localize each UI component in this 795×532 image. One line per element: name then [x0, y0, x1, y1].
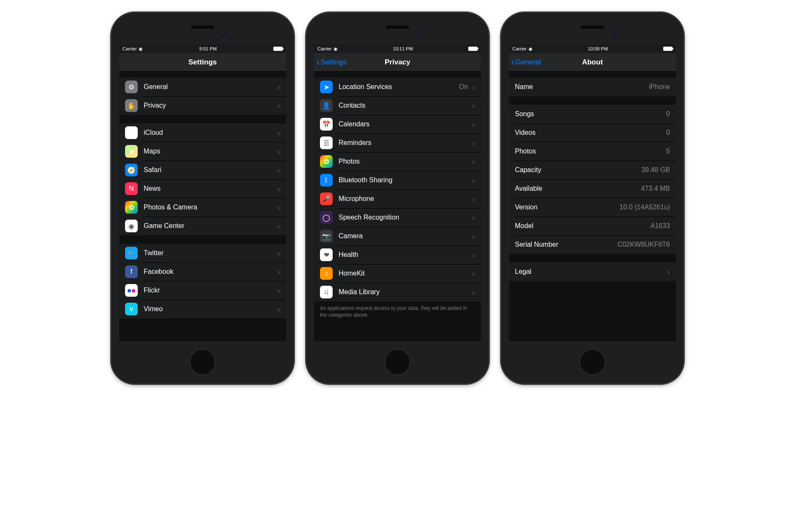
settings-row[interactable]: ✿Photos & Camera› [119, 198, 286, 217]
row-label: Microphone [339, 195, 468, 203]
settings-row[interactable]: Videos0 [509, 123, 676, 142]
settings-row[interactable]: ᛒBluetooth Sharing› [314, 171, 481, 189]
row-label: Photos & Camera [144, 203, 273, 211]
settings-row[interactable]: Flickr› [119, 281, 286, 300]
settings-row[interactable]: ⌂HomeKit› [314, 264, 481, 283]
nav-bar: ‹GeneralAbout [509, 53, 676, 72]
screen: Carrier◉9:51 PMSettings⚙General›✋Privacy… [119, 45, 286, 341]
settings-row[interactable]: ☰Reminders› [314, 134, 481, 152]
row-value: iPhone [649, 83, 670, 91]
settings-row[interactable]: Songs0 [509, 105, 676, 123]
settings-row[interactable]: ◯Speech Recognition› [314, 208, 481, 227]
settings-row[interactable]: Available473.4 MB [509, 179, 676, 198]
status-time: 10:11 PM [393, 46, 413, 51]
content[interactable]: NameiPhoneSongs0Videos0Photos5Capacity39… [509, 72, 676, 341]
row-value: 473.4 MB [641, 185, 670, 192]
row-label: Legal [515, 268, 663, 276]
chevron-right-icon: › [277, 203, 280, 212]
chevron-right-icon: › [277, 184, 280, 194]
settings-row[interactable]: ◉Game Center› [119, 217, 286, 235]
settings-row[interactable]: NameiPhone [509, 78, 676, 96]
status-bar: Carrier◉10:08 PM [509, 45, 676, 53]
settings-row[interactable]: ☁︎iCloud› [119, 123, 286, 142]
row-label: Safari [144, 166, 273, 174]
carrier-label: Carrier [317, 46, 332, 51]
chevron-right-icon: › [472, 138, 475, 148]
chevron-right-icon: › [472, 175, 475, 185]
status-left: Carrier◉ [317, 46, 338, 52]
settings-row[interactable]: fFacebook› [119, 262, 286, 281]
hand-icon: ✋ [125, 99, 138, 112]
row-label: Facebook [144, 268, 273, 276]
chevron-right-icon: › [472, 120, 475, 129]
home-button[interactable] [384, 349, 411, 375]
settings-row[interactable]: 👤Contacts› [314, 96, 481, 115]
home-button[interactable] [189, 349, 216, 375]
settings-row[interactable]: Version10.0 (14A5261u) [509, 198, 676, 217]
settings-row[interactable]: ♫Media Library› [314, 283, 481, 301]
settings-row[interactable]: 🐦Twitter› [119, 244, 286, 262]
settings-group: ☁︎iCloud›➤Maps›🧭Safari›NNews›✿Photos & C… [119, 123, 286, 235]
nav-bar: Settings [119, 53, 286, 72]
settings-row[interactable]: ✋Privacy› [119, 96, 286, 115]
content[interactable]: ⚙General›✋Privacy›☁︎iCloud›➤Maps›🧭Safari… [119, 72, 286, 341]
settings-group: 🐦Twitter›fFacebook›Flickr›vVimeo› [119, 244, 286, 318]
settings-row[interactable]: Capacity39.48 GB [509, 161, 676, 179]
settings-row[interactable]: ✿Photos› [314, 152, 481, 171]
nav-back-button[interactable]: ‹General [511, 58, 541, 67]
nav-back-button[interactable]: ‹Settings [317, 58, 347, 67]
row-label: General [144, 83, 273, 91]
home-button[interactable] [579, 349, 606, 375]
row-value: 39.48 GB [641, 166, 670, 174]
row-label: iCloud [144, 129, 273, 136]
chevron-left-icon: ‹ [317, 58, 320, 67]
settings-row[interactable]: ➤Maps› [119, 142, 286, 161]
settings-row[interactable]: ➤Location ServicesOn› [314, 78, 481, 96]
twitter-icon: 🐦 [125, 247, 138, 259]
flickr-icon [125, 284, 138, 297]
chevron-right-icon: › [277, 286, 280, 295]
row-label: Location Services [339, 83, 456, 91]
chevron-right-icon: › [277, 304, 280, 314]
cloud-icon: ☁︎ [125, 126, 138, 139]
calendar-icon: 📅 [320, 118, 333, 131]
status-left: Carrier◉ [122, 46, 143, 52]
wifi-icon: ◉ [528, 46, 533, 52]
row-label: Bluetooth Sharing [339, 176, 468, 184]
settings-row[interactable]: NNews› [119, 179, 286, 198]
row-value: 10.0 (14A5261u) [620, 203, 670, 211]
homekit-icon: ⌂ [320, 267, 333, 280]
row-label: Contacts [339, 102, 468, 109]
group-footer: As applications request access to your d… [314, 301, 481, 318]
chevron-right-icon: › [667, 267, 670, 277]
phone-frame: Carrier◉9:51 PMSettings⚙General›✋Privacy… [111, 13, 294, 384]
chevron-left-icon: ‹ [511, 58, 514, 67]
settings-row[interactable]: Serial NumberC02KW8UKF6T6 [509, 235, 676, 254]
settings-row[interactable]: Photos5 [509, 142, 676, 161]
settings-row[interactable]: 🧭Safari› [119, 161, 286, 179]
contacts-icon: 👤 [320, 99, 333, 112]
settings-group: Legal› [509, 262, 676, 281]
chevron-right-icon: › [277, 165, 280, 175]
settings-group: NameiPhone [509, 78, 676, 96]
nav-back-label: General [515, 58, 541, 67]
content[interactable]: ➤Location ServicesOn›👤Contacts›📅Calendar… [314, 72, 481, 341]
settings-row[interactable]: Legal› [509, 262, 676, 281]
row-label: Videos [515, 129, 663, 136]
settings-row[interactable]: ModelA1633 [509, 217, 676, 235]
settings-row[interactable]: ❤︎Health› [314, 245, 481, 264]
settings-row[interactable]: 📅Calendars› [314, 115, 481, 134]
microphone-icon: 🎤 [320, 192, 333, 205]
settings-row[interactable]: ⚙General› [119, 78, 286, 96]
status-time: 10:08 PM [588, 46, 608, 51]
settings-row[interactable]: vVimeo› [119, 300, 286, 318]
settings-row[interactable]: 🎤Microphone› [314, 189, 481, 208]
carrier-label: Carrier [512, 46, 527, 51]
screen: Carrier◉10:08 PM‹GeneralAboutNameiPhoneS… [509, 45, 676, 341]
row-value: A1633 [650, 222, 670, 230]
settings-row[interactable]: 📷Camera› [314, 227, 481, 245]
row-value: 0 [666, 129, 670, 136]
chevron-right-icon: › [472, 101, 475, 111]
phone-frame: Carrier◉10:11 PM‹SettingsPrivacy➤Locatio… [306, 13, 489, 384]
status-left: Carrier◉ [512, 46, 533, 52]
